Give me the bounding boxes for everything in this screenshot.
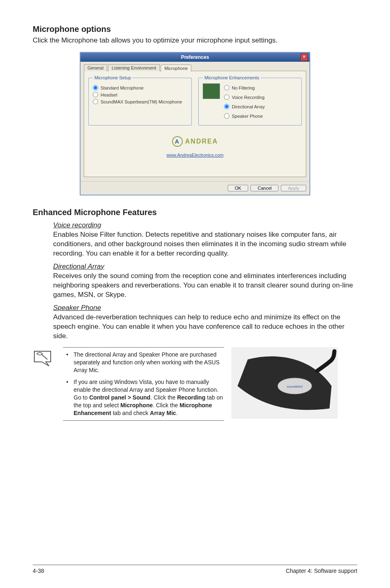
note2-b1: Control panel > Sound: [89, 394, 150, 401]
tab-panel-microphone: Microphone Setup Standard Microphone Hea…: [84, 71, 306, 177]
note-icon: [33, 350, 52, 367]
andrea-logo-text: ANDREA: [185, 138, 218, 145]
svg-text:soundMAX: soundMAX: [287, 385, 303, 388]
group-mic-setup: Microphone Setup Standard Microphone Hea…: [88, 75, 192, 126]
note2-m3: . Click the: [153, 402, 179, 408]
dialog-tabs: General Listening Environment Microphone: [84, 64, 306, 71]
radio-speaker-phone-input[interactable]: [224, 113, 229, 119]
lead-mic-options: Click the Microphone tab allows you to o…: [33, 36, 357, 45]
radio-no-filtering[interactable]: No Filtering: [224, 85, 265, 90]
group-mic-enhancements: Microphone Enhancements No Filtering: [198, 75, 302, 126]
note2-m4: tab and check: [111, 410, 150, 416]
dialog-title-text: Preferences: [181, 54, 209, 60]
preferences-dialog: Preferences × General Listening Environm…: [80, 52, 310, 195]
radio-voice-recording[interactable]: Voice Recording: [224, 94, 265, 100]
page-footer: 4-38 Chapter 4: Software support: [33, 565, 357, 574]
cancel-button[interactable]: Cancel: [251, 185, 278, 191]
radio-directional-array-label: Directional Array: [232, 104, 265, 109]
notes-row: The directional Array and Speaker Phone …: [33, 347, 357, 420]
note2-b5: Array Mic: [150, 410, 176, 416]
andrea-link[interactable]: www.AndreaElectronics.com: [88, 153, 302, 157]
footer-chapter: Chapter 4: Software support: [286, 568, 357, 574]
subhead-speaker-phone: Speaker Phone: [53, 304, 357, 312]
apply-button[interactable]: Apply: [281, 185, 306, 191]
mic-enh-thumbnail: [203, 83, 220, 99]
radio-soundmax-input[interactable]: [93, 99, 98, 104]
note2-m1: . Click the: [150, 394, 177, 401]
andrea-logo: A ANDREA: [172, 136, 218, 147]
group-mic-setup-legend: Microphone Setup: [93, 75, 132, 80]
body-speaker-phone: Advanced de-reverberation techniques can…: [53, 313, 357, 341]
tab-general[interactable]: General: [84, 64, 107, 71]
andrea-branding: A ANDREA www.AndreaElectronics.com: [88, 136, 302, 157]
dialog-titlebar: Preferences ×: [81, 53, 309, 62]
subhead-voice-recording: Voice recording: [53, 221, 357, 229]
footer-page-number: 4-38: [33, 568, 44, 574]
radio-headset-input[interactable]: [93, 92, 98, 97]
array-mic-image: soundMAX: [231, 347, 338, 419]
radio-soundmax-label: SoundMAX Superbeam(TM) Microphone: [101, 99, 182, 104]
radio-headset[interactable]: Headset: [93, 92, 187, 97]
radio-standard-mic-label: Standard Microphone: [101, 85, 143, 90]
radio-voice-recording-label: Voice Recording: [232, 95, 264, 100]
dialog-button-row: OK Cancel Apply: [81, 181, 309, 195]
note-bullet-1: The directional Array and Speaker Phone …: [64, 351, 223, 374]
svg-line-0: [42, 355, 47, 359]
radio-directional-array-input[interactable]: [224, 104, 229, 109]
radio-headset-label: Headset: [101, 92, 117, 97]
body-voice-recording: Enables Noise Filter function. Detects r…: [53, 230, 357, 258]
subhead-directional-array: Directional Array: [53, 263, 357, 271]
heading-mic-options: Microphone options: [33, 25, 357, 34]
tab-listening[interactable]: Listening Environment: [108, 64, 160, 71]
radio-speaker-phone[interactable]: Speaker Phone: [224, 113, 265, 119]
andrea-logo-icon: A: [172, 136, 183, 147]
heading-enhanced-features: Enhanced Microphone Features: [33, 208, 357, 217]
ok-button[interactable]: OK: [228, 185, 248, 191]
radio-soundmax[interactable]: SoundMAX Superbeam(TM) Microphone: [93, 99, 187, 104]
note-bullet-2: If you are using Windows Vista, you have…: [64, 378, 223, 417]
radio-voice-recording-input[interactable]: [224, 94, 229, 100]
radio-directional-array[interactable]: Directional Array: [224, 104, 265, 109]
tab-microphone[interactable]: Microphone: [161, 65, 191, 72]
close-icon[interactable]: ×: [300, 54, 308, 61]
radio-no-filtering-label: No Filtering: [232, 85, 255, 90]
radio-speaker-phone-label: Speaker Phone: [232, 114, 263, 119]
radio-no-filtering-input[interactable]: [224, 85, 229, 90]
note2-b3: Microphone: [120, 402, 152, 408]
group-mic-enhancements-legend: Microphone Enhancements: [203, 75, 261, 80]
note2-b2: Recording: [177, 394, 205, 401]
notes-box: The directional Array and Speaker Phone …: [63, 347, 224, 420]
note2-end: .: [176, 410, 178, 416]
body-directional-array: Receives only the sound coming from the …: [53, 272, 357, 300]
radio-standard-mic[interactable]: Standard Microphone: [93, 85, 187, 90]
radio-standard-mic-input[interactable]: [93, 85, 98, 90]
